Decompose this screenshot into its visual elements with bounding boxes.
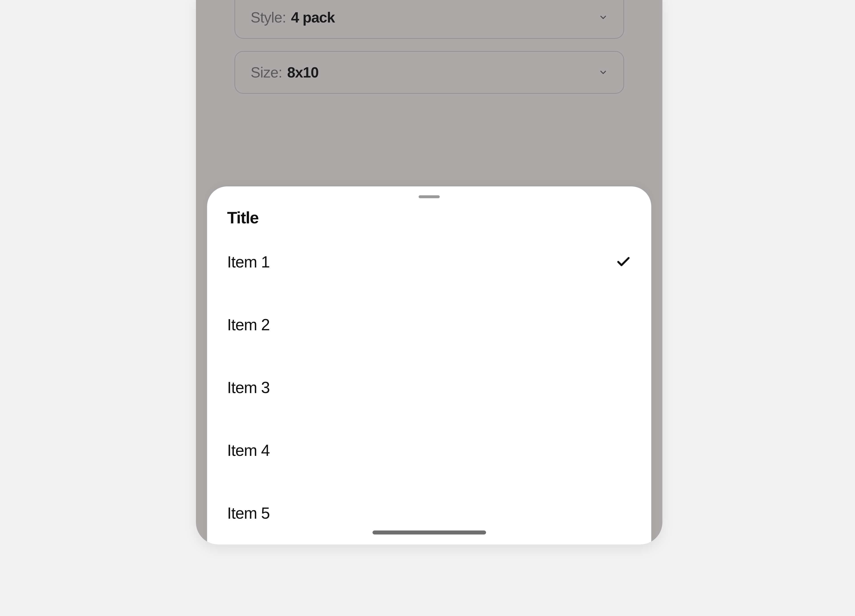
bottom-sheet: Title Item 1 Item 2 Item 3 Item 4 Item 5	[207, 186, 651, 544]
home-indicator[interactable]	[372, 530, 486, 535]
chevron-down-icon	[599, 68, 608, 77]
style-selector-text: Style: 4 pack	[251, 9, 335, 26]
sheet-item-4[interactable]: Item 4	[227, 419, 631, 482]
sheet-list: Item 1 Item 2 Item 3 Item 4 Item 5	[207, 238, 651, 544]
sheet-item-label: Item 3	[227, 380, 270, 395]
chevron-down-icon	[599, 13, 608, 22]
size-label: Size:	[251, 64, 282, 81]
drag-handle[interactable]	[418, 195, 440, 198]
sheet-item-label: Item 4	[227, 442, 270, 458]
check-icon	[616, 254, 631, 270]
sheet-item-1[interactable]: Item 1	[227, 238, 631, 293]
sheet-item-5[interactable]: Item 5	[227, 482, 631, 544]
sheet-item-3[interactable]: Item 3	[227, 356, 631, 419]
size-selector-text: Size: 8x10	[251, 64, 319, 81]
sheet-item-label: Item 5	[227, 505, 270, 521]
style-value: 4 pack	[291, 9, 335, 26]
style-label: Style:	[251, 9, 286, 26]
sheet-title: Title	[207, 208, 651, 238]
sheet-item-2[interactable]: Item 2	[227, 293, 631, 356]
size-selector[interactable]: Size: 8x10	[234, 51, 624, 94]
sheet-item-label: Item 1	[227, 254, 270, 270]
sheet-item-label: Item 2	[227, 317, 270, 333]
size-value: 8x10	[287, 64, 319, 81]
style-selector[interactable]: Style: 4 pack	[234, 0, 624, 39]
phone-frame: Style: 4 pack Size: 8x10 Title Item 1	[196, 0, 662, 544]
